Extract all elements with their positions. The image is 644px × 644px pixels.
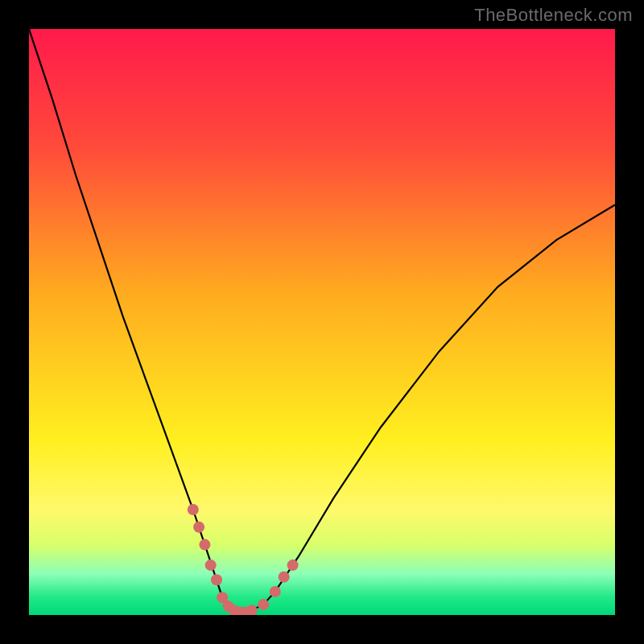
gradient-background — [29, 29, 615, 615]
marker-dot — [279, 572, 290, 583]
chart-frame: TheBottleneck.com — [0, 0, 644, 644]
marker-dot — [193, 522, 204, 533]
chart-svg — [29, 29, 615, 615]
marker-dot — [199, 539, 210, 551]
marker-dot — [287, 559, 299, 571]
plot-area — [29, 29, 615, 615]
watermark-text: TheBottleneck.com — [474, 5, 633, 26]
marker-dot — [258, 599, 269, 610]
marker-dot — [211, 574, 222, 585]
marker-dot — [270, 586, 281, 597]
marker-dot — [188, 504, 199, 515]
marker-dot — [205, 559, 217, 571]
